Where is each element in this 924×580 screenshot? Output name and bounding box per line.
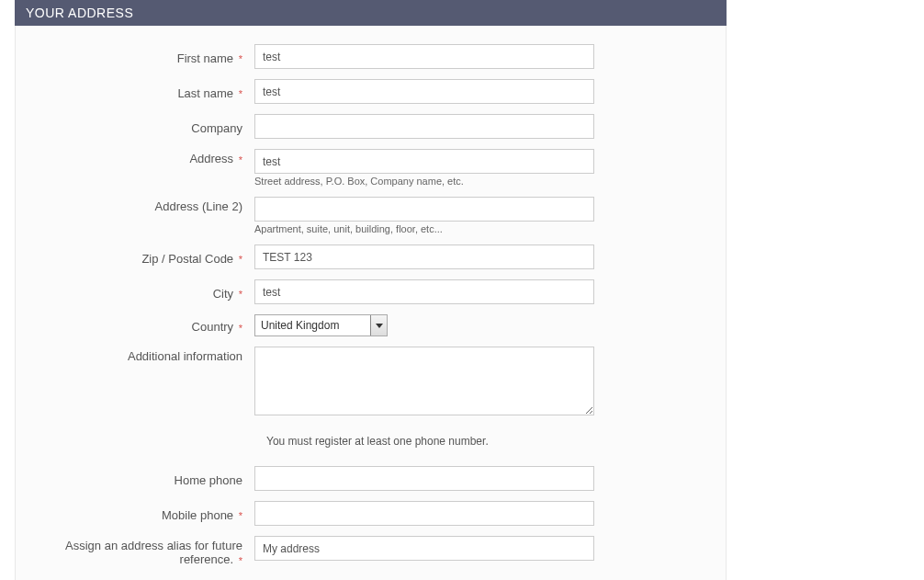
city-input[interactable] <box>254 279 594 304</box>
address2-input[interactable] <box>254 197 594 222</box>
last-name-input[interactable] <box>254 79 594 104</box>
section-header: YOUR ADDRESS <box>15 0 727 26</box>
address2-label: Address (Line 2) <box>25 197 254 213</box>
address1-hint: Street address, P.O. Box, Company name, … <box>254 176 594 187</box>
address1-label: Address * <box>25 149 254 165</box>
additional-textarea[interactable] <box>254 347 594 415</box>
mobile-phone-label: Mobile phone * <box>25 506 254 522</box>
address1-input[interactable] <box>254 149 594 174</box>
first-name-input[interactable] <box>254 44 594 69</box>
form-area: First name * Last name * Company <box>15 26 727 580</box>
home-phone-input[interactable] <box>254 466 594 491</box>
company-input[interactable] <box>254 114 594 139</box>
additional-label: Additional information <box>25 347 254 363</box>
country-label: Country * <box>25 317 254 334</box>
postal-label: Zip / Postal Code * <box>25 249 254 266</box>
section-title: YOUR ADDRESS <box>26 6 133 20</box>
first-name-label: First name * <box>25 49 254 65</box>
address2-hint: Apartment, suite, unit, building, floor,… <box>254 223 594 234</box>
country-select[interactable]: United Kingdom <box>254 314 388 336</box>
alias-label: Assign an address alias for future refer… <box>25 536 254 566</box>
last-name-label: Last name * <box>25 84 254 100</box>
company-label: Company <box>25 119 254 135</box>
address-form-container: YOUR ADDRESS First name * Last name * Co… <box>15 0 727 580</box>
city-label: City * <box>25 284 254 301</box>
mobile-phone-input[interactable] <box>254 501 594 526</box>
phone-notice: You must register at least one phone num… <box>25 435 726 448</box>
postal-input[interactable] <box>254 245 594 269</box>
alias-input[interactable] <box>254 536 594 561</box>
home-phone-label: Home phone <box>25 471 254 487</box>
